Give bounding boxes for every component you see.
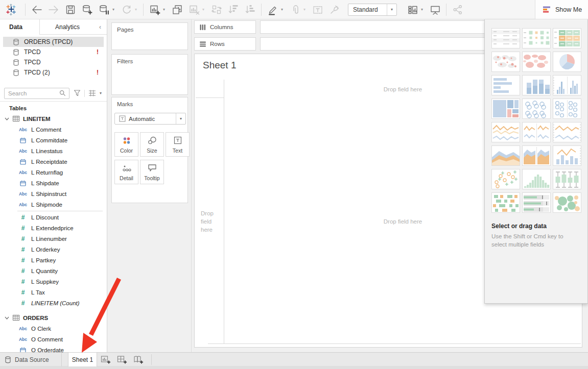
sheet-title: Sheet 1 [203,60,237,71]
field-item[interactable]: AbcO Comment [0,334,107,345]
showme-area-cont-thumbnail[interactable] [491,145,520,166]
fit-mode-selector[interactable]: Standard ▾ [348,4,397,16]
showme-circle-views-thumbnail[interactable] [522,99,551,119]
showme-symbol-map-thumbnail[interactable] [491,52,520,72]
datasource-item[interactable]: ORDERS (TPCD) [3,37,104,47]
field-item[interactable]: AbcL Shipmode [0,199,107,210]
rows-shelf-label[interactable]: Rows [194,37,256,51]
datasource-item[interactable]: TPCD (2)! [3,67,104,78]
showme-filled-map-thumbnail[interactable] [522,52,551,72]
chevron-down-icon[interactable] [5,117,9,121]
pause-updates-caret[interactable]: ▾ [112,7,118,12]
showme-bullet-thumbnail[interactable] [522,192,551,213]
filter-fields-icon[interactable] [74,90,81,96]
showme-heatmap-thumbnail[interactable] [522,28,551,48]
showme-highlight-table-thumbnail[interactable] [553,28,581,48]
rows-icon [200,41,206,47]
showme-box-whisker-thumbnail[interactable] [553,169,581,189]
new-story-tab-button[interactable] [131,353,146,366]
data-source-tab[interactable]: Data Source [0,353,62,366]
drop-zone-rows[interactable]: Drop field here [201,209,223,234]
showme-dual-lines-thumbnail[interactable] [553,122,581,142]
datasource-item[interactable]: TPCD [3,57,104,67]
datasource-item[interactable]: TPCD! [3,47,104,57]
field-item[interactable]: AbcL Comment [0,124,107,135]
showme-stacked-bars-thumbnail[interactable] [522,75,551,95]
showme-sbs-circles-thumbnail[interactable] [553,99,581,119]
showme-sbs-bars-thumbnail[interactable] [553,75,581,95]
search-input[interactable] [8,90,59,96]
field-label: L Linestatus [31,148,63,154]
field-item[interactable]: L Receiptdate [0,156,107,167]
text-mark-button[interactable]: Text [166,132,190,157]
showme-lines-cont-thumbnail[interactable] [491,122,520,142]
pause-auto-updates-button[interactable] [96,3,112,17]
field-item[interactable]: #L Partkey [0,255,107,265]
showme-text-table-thumbnail[interactable] [491,28,520,48]
highlight-button[interactable] [264,3,281,17]
showme-dual-combo-thumbnail[interactable] [553,145,581,166]
presentation-mode-button[interactable] [427,3,443,17]
pages-label: Pages [117,27,134,33]
field-item[interactable]: #L Discount [0,212,107,223]
showme-area-disc-thumbnail[interactable] [522,145,551,166]
showme-scatter-thumbnail[interactable] [491,169,520,189]
redo-button [45,3,62,17]
field-item[interactable]: #L Orderkey [0,244,107,255]
showme-pie-thumbnail[interactable] [553,52,581,72]
mark-type-caret[interactable]: ▾ [176,113,185,124]
showme-treemap-thumbnail[interactable] [491,99,520,119]
show-mark-labels-button [309,3,326,17]
tab-analytics[interactable]: Analytics [40,19,93,35]
view-options-icon[interactable] [88,90,96,96]
show-me-button[interactable]: Show Me [535,0,588,19]
show-hide-cards-button[interactable] [404,3,421,17]
new-worksheet-caret[interactable]: ▾ [163,7,169,12]
highlight-caret[interactable]: ▾ [281,7,287,12]
showme-lines-disc-thumbnail[interactable] [522,122,551,142]
tab-data[interactable]: Data [0,19,40,35]
fit-mode-caret-icon[interactable]: ▾ [387,4,396,15]
table-group-header[interactable]: LINEITEM [0,113,107,124]
mark-type-dropdown[interactable]: Automatic ▾ [114,113,186,125]
showme-histogram-thumbnail[interactable] [522,169,551,189]
date-datatype-icon [20,180,26,186]
field-item[interactable]: #L Quantity [0,265,107,276]
new-dashboard-tab-button[interactable] [115,353,129,366]
field-item[interactable]: AbcL Linestatus [0,145,107,156]
field-item[interactable]: #L Extendedprice [0,223,107,233]
field-item[interactable]: AbcL Shipinstruct [0,188,107,199]
pages-shelf[interactable]: Pages [111,22,188,50]
sheet1-tab[interactable]: Sheet 1 [68,353,97,366]
showme-gantt-thumbnail[interactable] [491,192,520,213]
new-worksheet-button[interactable] [146,3,163,17]
size-mark-button[interactable]: Size [140,132,164,157]
filters-shelf[interactable]: Filters [111,54,188,95]
color-mark-button[interactable]: Color [114,132,138,157]
show-hide-cards-caret[interactable]: ▾ [421,7,427,12]
field-item[interactable]: L Commitdate [0,135,107,145]
view-options-caret[interactable]: ▾ [100,91,102,95]
field-item[interactable]: L Shipdate [0,178,107,188]
field-item[interactable]: AbcL Returnflag [0,167,107,178]
detail-mark-button[interactable]: Detail [114,160,138,184]
undo-button[interactable] [28,3,45,17]
chevron-down-icon[interactable] [5,316,9,320]
columns-shelf-label[interactable]: Columns [194,20,256,34]
save-button[interactable] [62,3,79,17]
new-worksheet-tab-button[interactable] [99,353,113,366]
tooltip-mark-button[interactable]: Tooltip [140,160,164,184]
showme-bubbles-thumbnail[interactable] [553,192,581,213]
new-datasource-button[interactable] [79,3,96,17]
collapse-pane-button[interactable]: ‹ [93,19,107,35]
showme-h-bars-thumbnail[interactable] [491,75,520,95]
table-group-header[interactable]: ORDERS [0,312,107,323]
field-item[interactable]: #L Linenumber [0,233,107,244]
field-item[interactable]: O Orderdate [0,345,107,352]
field-item[interactable]: AbcO Clerk [0,323,107,334]
field-item[interactable]: #L Suppkey [0,276,107,287]
field-item[interactable]: #LINEITEM (Count) [0,298,107,308]
field-item[interactable]: #L Tax [0,287,107,298]
duplicate-sheet-button[interactable] [169,3,185,17]
fix-axes-button [326,3,343,17]
